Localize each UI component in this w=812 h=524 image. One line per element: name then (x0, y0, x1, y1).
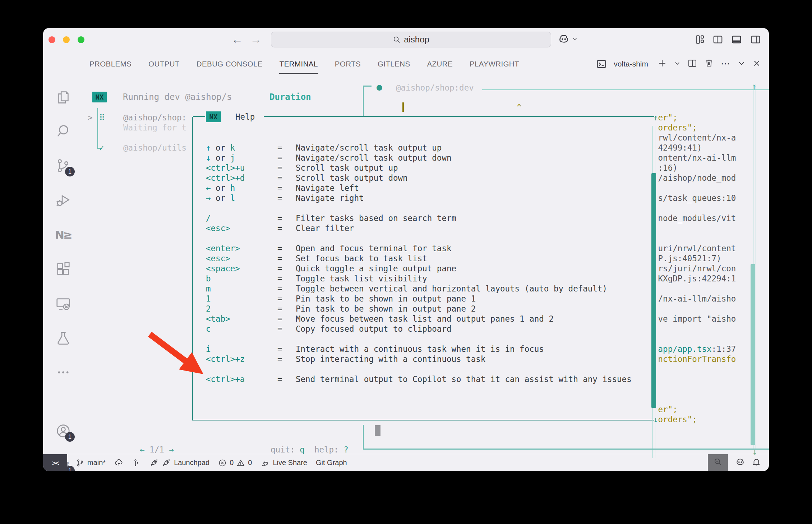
help-nx-badge: NX (206, 111, 221, 122)
sidebar-item-source-control[interactable]: 1 (55, 157, 71, 174)
task-tree-line (97, 108, 98, 148)
panel-header: PROBLEMS OUTPUT DEBUG CONSOLE TERMINAL P… (43, 50, 769, 77)
terminal-profile-chevron-icon[interactable] (674, 60, 680, 68)
task-spinner-icon: ⠿ (99, 112, 105, 123)
sidebar-item-account[interactable]: 1 (55, 423, 71, 439)
git-branch-item[interactable]: main* (76, 459, 106, 467)
traffic-light-close[interactable] (49, 36, 55, 43)
toggle-primary-sidebar-icon[interactable] (712, 34, 723, 45)
zoom-out-icon (713, 457, 723, 468)
tab-gitlens[interactable]: GITLENS (377, 58, 411, 70)
copilot-icon (558, 33, 570, 46)
screenshot-stage: ← → aishop (0, 0, 812, 524)
split-terminal-button[interactable] (687, 58, 697, 70)
nx-badge: NX (92, 92, 107, 102)
sidebar-item-explorer[interactable] (55, 89, 71, 106)
background-output-column: ↑er"; orders"; rwl/content/nx-a 42499:41… (653, 112, 736, 424)
help-title: Help (235, 112, 255, 122)
task-item-utils[interactable]: @aishop/utils (123, 143, 186, 153)
tab-terminal[interactable]: TERMINAL (279, 58, 318, 70)
branch-name: main* (87, 459, 106, 467)
sidebar-item-search[interactable] (55, 123, 71, 139)
help-key: ? (343, 445, 349, 454)
output-pane-title: @aishop/shop:dev (396, 83, 474, 93)
close-panel-button[interactable] (752, 59, 761, 69)
toggle-secondary-sidebar-icon[interactable] (750, 34, 761, 45)
publish-changes-item[interactable] (114, 458, 124, 468)
pipelines-item[interactable] (132, 459, 141, 467)
launchpad-item[interactable]: Launchpad (149, 458, 209, 468)
rocket-icon-2 (162, 458, 171, 468)
traffic-light-zoom[interactable] (78, 36, 84, 43)
live-share-label: Live Share (273, 459, 307, 467)
terminal-content: NX Running dev @aishop/s Duration > ⠿ @a… (83, 77, 769, 454)
problems-item[interactable]: 0 0 (218, 459, 252, 467)
remote-indicator[interactable]: >< (43, 454, 67, 471)
vscode-window: ← → aishop (43, 28, 769, 471)
terminal-block-cursor (375, 425, 380, 436)
tab-ports[interactable]: PORTS (335, 58, 361, 70)
launchpad-label: Launchpad (174, 459, 209, 467)
traffic-light-minimize[interactable] (63, 36, 70, 43)
terminal-icon (596, 59, 607, 69)
pager-next-icon[interactable]: → (169, 445, 174, 454)
sidebar-item-more[interactable] (55, 364, 71, 381)
warning-icon (236, 459, 245, 467)
more-icon (56, 365, 70, 380)
live-share-item[interactable]: Live Share (260, 458, 307, 468)
sidebar-item-extensions[interactable] (55, 261, 71, 277)
copilot-status-item[interactable] (735, 457, 745, 469)
output-pane-title-rule (482, 89, 769, 90)
sidebar-item-testing[interactable] (55, 330, 71, 346)
chevron-down-icon (572, 36, 578, 43)
tab-output[interactable]: OUTPUT (148, 58, 180, 70)
back-arrow-icon[interactable]: ← (230, 30, 244, 48)
sidebar-item-remote-explorer[interactable] (55, 296, 71, 312)
help-keybinding-list: ↑ or k=Navigate/scroll task output up↓ o… (206, 143, 651, 384)
task-pager[interactable]: ← 1/1 → (140, 445, 174, 455)
test-beaker-icon (55, 330, 71, 346)
tab-problems[interactable]: PROBLEMS (89, 58, 132, 70)
copilot-menu-button[interactable] (558, 33, 578, 46)
forward-arrow-icon[interactable]: → (249, 30, 263, 48)
more-actions-button[interactable]: ⋯ (721, 58, 731, 69)
pager-prev-icon[interactable]: ← (140, 445, 145, 454)
account-badge: 1 (65, 432, 75, 442)
toggle-panel-icon[interactable] (731, 34, 742, 45)
copilot-icon (735, 457, 745, 469)
customize-layout-icon[interactable] (695, 34, 705, 45)
screencast-zoom-button[interactable] (708, 454, 728, 471)
panel-tabs: PROBLEMS OUTPUT DEBUG CONSOLE TERMINAL P… (89, 50, 520, 77)
pipeline-icon (132, 459, 141, 467)
notifications-item[interactable] (752, 457, 761, 468)
nx-console-icon: N≥ (55, 228, 71, 241)
nx-help-overlay: NX Help ↑ or k=Navigate/scroll task outp… (192, 117, 654, 420)
bell-icon (752, 457, 761, 468)
sidebar-item-nx-console[interactable]: N≥ (55, 226, 71, 243)
new-terminal-button[interactable] (657, 58, 667, 70)
footer-hints: quit: q help: ? (271, 445, 349, 455)
git-graph-item[interactable]: Git Graph (316, 459, 347, 467)
title-bar: ← → aishop (43, 28, 769, 50)
panel-chevron-down-icon[interactable] (738, 59, 746, 69)
terminal-instance-name[interactable]: volta-shim (614, 60, 648, 68)
kill-terminal-button[interactable] (704, 58, 714, 69)
task-expand-chevron[interactable]: > (88, 112, 93, 123)
tab-azure[interactable]: AZURE (426, 58, 453, 70)
remote-explorer-icon (55, 296, 71, 312)
sidebar-item-run-debug[interactable] (55, 192, 71, 208)
search-value: aishop (404, 35, 429, 45)
tab-debug-console[interactable]: DEBUG CONSOLE (196, 58, 263, 70)
run-debug-icon (55, 192, 71, 208)
output-pane-top-bracket-v (363, 86, 364, 117)
help-label: help: (314, 445, 339, 454)
tab-playwright[interactable]: PLAYWRIGHT (469, 58, 520, 70)
task-item-shop-dev[interactable]: @aishop/shop: (123, 112, 186, 123)
git-branch-icon (76, 459, 84, 467)
search-icon (393, 36, 401, 43)
task-runner-title: Running dev @aishop/s (123, 92, 232, 102)
duration-column-label: Duration (269, 92, 311, 102)
command-center-search[interactable]: aishop (271, 32, 551, 47)
activity-bar: 1 N≥ 1 ⚙ (43, 55, 83, 454)
pane-scrollbar-thumb[interactable] (751, 264, 755, 445)
